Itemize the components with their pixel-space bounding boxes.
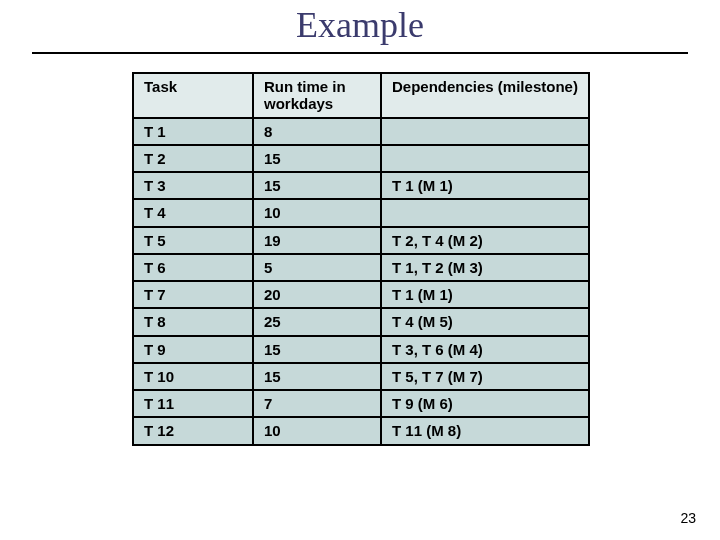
- cell-runtime: 19: [253, 227, 381, 254]
- cell-runtime: 8: [253, 118, 381, 145]
- title-wrap: Example: [0, 0, 720, 46]
- cell-runtime: 20: [253, 281, 381, 308]
- cell-deps: T 4 (M 5): [381, 308, 589, 335]
- cell-runtime: 10: [253, 417, 381, 444]
- cell-task: T 2: [133, 145, 253, 172]
- cell-task: T 8: [133, 308, 253, 335]
- cell-deps: T 9 (M 6): [381, 390, 589, 417]
- table-row: T 5 19 T 2, T 4 (M 2): [133, 227, 589, 254]
- cell-runtime: 25: [253, 308, 381, 335]
- cell-runtime: 5: [253, 254, 381, 281]
- header-deps: Dependencies (milestone): [381, 73, 589, 118]
- cell-runtime: 7: [253, 390, 381, 417]
- table-body: T 1 8 T 2 15 T 3 15 T 1 (M 1) T 4 10: [133, 118, 589, 445]
- cell-runtime: 15: [253, 172, 381, 199]
- cell-runtime: 15: [253, 145, 381, 172]
- header-runtime: Run time in workdays: [253, 73, 381, 118]
- cell-task: T 6: [133, 254, 253, 281]
- cell-deps: T 11 (M 8): [381, 417, 589, 444]
- page-title: Example: [296, 4, 424, 46]
- cell-task: T 5: [133, 227, 253, 254]
- cell-task: T 11: [133, 390, 253, 417]
- cell-deps: [381, 145, 589, 172]
- task-table: Task Run time in workdays Dependencies (…: [132, 72, 590, 446]
- table-row: T 8 25 T 4 (M 5): [133, 308, 589, 335]
- cell-runtime: 10: [253, 199, 381, 226]
- cell-task: T 9: [133, 336, 253, 363]
- cell-task: T 4: [133, 199, 253, 226]
- cell-runtime: 15: [253, 336, 381, 363]
- table-row: T 10 15 T 5, T 7 (M 7): [133, 363, 589, 390]
- table-row: T 1 8: [133, 118, 589, 145]
- table-row: T 2 15: [133, 145, 589, 172]
- cell-deps: T 1 (M 1): [381, 281, 589, 308]
- table-row: T 9 15 T 3, T 6 (M 4): [133, 336, 589, 363]
- table-row: T 7 20 T 1 (M 1): [133, 281, 589, 308]
- cell-deps: T 1 (M 1): [381, 172, 589, 199]
- header-task: Task: [133, 73, 253, 118]
- table-row: T 6 5 T 1, T 2 (M 3): [133, 254, 589, 281]
- cell-task: T 3: [133, 172, 253, 199]
- table-row: T 12 10 T 11 (M 8): [133, 417, 589, 444]
- table-row: T 11 7 T 9 (M 6): [133, 390, 589, 417]
- table-header-row: Task Run time in workdays Dependencies (…: [133, 73, 589, 118]
- cell-task: T 10: [133, 363, 253, 390]
- cell-deps: [381, 118, 589, 145]
- cell-deps: T 5, T 7 (M 7): [381, 363, 589, 390]
- page-number: 23: [680, 510, 696, 526]
- table-row: T 3 15 T 1 (M 1): [133, 172, 589, 199]
- cell-deps: [381, 199, 589, 226]
- table-wrap: Task Run time in workdays Dependencies (…: [132, 72, 588, 446]
- cell-deps: T 2, T 4 (M 2): [381, 227, 589, 254]
- cell-deps: T 3, T 6 (M 4): [381, 336, 589, 363]
- cell-task: T 1: [133, 118, 253, 145]
- cell-task: T 12: [133, 417, 253, 444]
- table-row: T 4 10: [133, 199, 589, 226]
- cell-deps: T 1, T 2 (M 3): [381, 254, 589, 281]
- cell-runtime: 15: [253, 363, 381, 390]
- title-underline: [32, 52, 688, 54]
- slide: Example Task Run time in workdays Depend…: [0, 0, 720, 540]
- cell-task: T 7: [133, 281, 253, 308]
